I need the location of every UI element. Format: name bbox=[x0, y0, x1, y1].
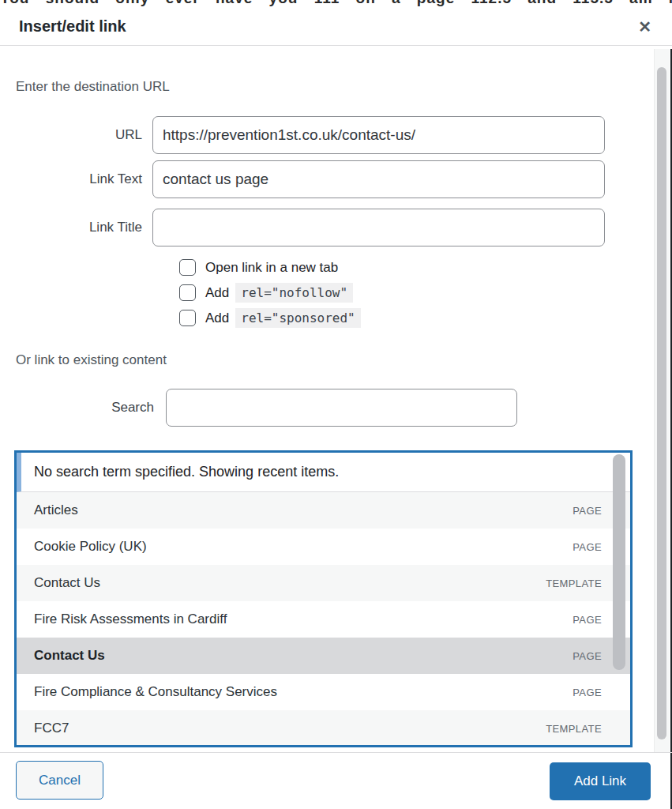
background-page-strip: You should only ever have you 111 on a p… bbox=[0, 0, 672, 8]
destination-url-heading: Enter the destination URL bbox=[16, 79, 170, 95]
search-label: Search bbox=[0, 400, 154, 416]
result-type-badge: PAGE bbox=[573, 541, 602, 553]
url-input[interactable] bbox=[152, 116, 605, 154]
search-field-row: Search bbox=[0, 389, 517, 427]
result-row[interactable]: Contact Us TEMPLATE bbox=[17, 565, 630, 601]
result-title: Fire Compliance & Consultancy Services bbox=[34, 684, 277, 700]
results-scrollbar-thumb[interactable] bbox=[613, 454, 625, 670]
rel-sponsored-checkbox[interactable] bbox=[179, 310, 196, 326]
open-new-tab-label: Open link in a new tab bbox=[205, 260, 338, 276]
rel-nofollow-row[interactable]: Add rel="nofollow" bbox=[179, 282, 353, 303]
url-label: URL bbox=[0, 127, 142, 143]
result-type-badge: TEMPLATE bbox=[546, 723, 602, 735]
results-rows: Articles PAGE Cookie Policy (UK) PAGE Co… bbox=[17, 492, 630, 747]
link-text-input[interactable] bbox=[152, 160, 605, 198]
open-new-tab-checkbox[interactable] bbox=[179, 259, 196, 276]
footer-divider bbox=[0, 752, 672, 753]
link-title-input[interactable] bbox=[152, 209, 605, 246]
result-title: Fire Risk Assessments in Cardiff bbox=[34, 611, 227, 627]
result-row[interactable]: Cookie Policy (UK) PAGE bbox=[17, 529, 630, 565]
result-row[interactable]: Contact Us PAGE bbox=[17, 638, 630, 674]
result-title: Cookie Policy (UK) bbox=[34, 539, 147, 555]
rel-nofollow-label: Add bbox=[205, 285, 229, 301]
results-list: No search term specified. Showing recent… bbox=[14, 450, 633, 747]
result-row[interactable]: FCC7 TEMPLATE bbox=[17, 710, 630, 747]
result-type-badge: PAGE bbox=[573, 687, 602, 698]
rel-sponsored-row[interactable]: Add rel="sponsored" bbox=[179, 307, 361, 329]
dialog-scrollbar-thumb[interactable] bbox=[657, 67, 666, 739]
result-row[interactable]: Fire Compliance & Consultancy Services P… bbox=[17, 674, 630, 710]
link-title-field-row: Link Title bbox=[0, 209, 605, 246]
existing-content-heading: Or link to existing content bbox=[16, 352, 167, 368]
result-title: Articles bbox=[34, 502, 78, 518]
result-title: Contact Us bbox=[34, 648, 105, 664]
search-input[interactable] bbox=[166, 389, 517, 427]
open-new-tab-row[interactable]: Open link in a new tab bbox=[179, 257, 338, 278]
background-clipped-text: You should only ever have you 111 on a p… bbox=[0, 0, 672, 7]
results-notice: No search term specified. Showing recent… bbox=[17, 453, 630, 492]
rel-sponsored-label: Add bbox=[205, 310, 229, 326]
cancel-button[interactable]: Cancel bbox=[16, 761, 103, 800]
result-type-badge: PAGE bbox=[573, 505, 602, 517]
link-text-label: Link Text bbox=[0, 171, 142, 187]
close-icon[interactable]: ✕ bbox=[638, 19, 651, 35]
rel-nofollow-code: rel="nofollow" bbox=[235, 283, 353, 303]
add-link-button[interactable]: Add Link bbox=[550, 762, 651, 800]
rel-sponsored-code: rel="sponsored" bbox=[235, 308, 361, 328]
result-type-badge: PAGE bbox=[573, 614, 602, 626]
result-title: FCC7 bbox=[34, 721, 69, 736]
result-row[interactable]: Articles PAGE bbox=[17, 492, 630, 529]
result-type-badge: TEMPLATE bbox=[546, 578, 602, 589]
url-field-row: URL bbox=[0, 116, 605, 154]
insert-edit-link-dialog: Insert/edit link ✕ Enter the destination… bbox=[0, 8, 672, 809]
link-text-field-row: Link Text bbox=[0, 160, 605, 198]
dialog-header: Insert/edit link ✕ bbox=[0, 8, 672, 46]
result-row[interactable]: Fire Risk Assessments in Cardiff PAGE bbox=[17, 601, 630, 638]
dialog-title: Insert/edit link bbox=[19, 17, 126, 36]
rel-nofollow-checkbox[interactable] bbox=[179, 284, 196, 301]
result-type-badge: PAGE bbox=[573, 650, 602, 662]
link-title-label: Link Title bbox=[0, 220, 142, 235]
result-title: Contact Us bbox=[34, 575, 100, 591]
